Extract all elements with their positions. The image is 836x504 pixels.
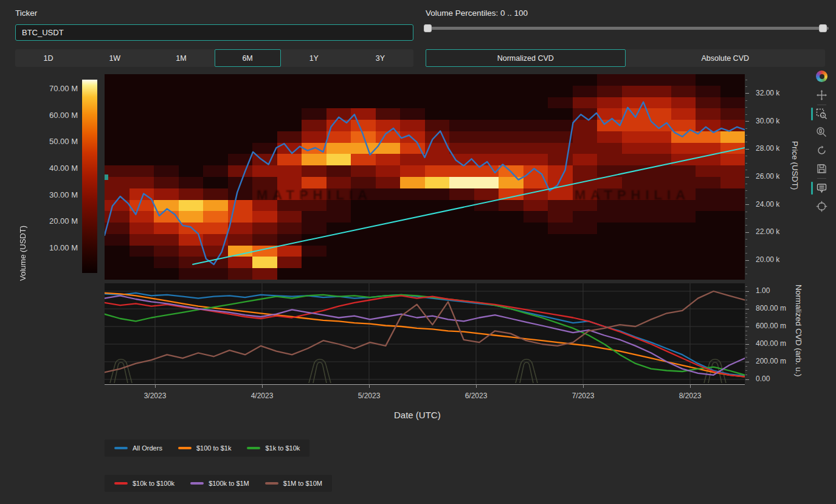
pan-tool-icon[interactable]: [816, 89, 827, 101]
heatmap-cell: [351, 200, 376, 212]
heatmap-cell: [696, 188, 720, 200]
range-button-6m[interactable]: 6M: [215, 49, 281, 67]
heatmap-cell: [228, 120, 253, 131]
heatmap-cell: [400, 234, 425, 246]
heatmap-cell: [277, 86, 302, 97]
heatmap-cell: [400, 74, 425, 86]
bokeh-logo[interactable]: [816, 71, 827, 82]
heatmap-cell: [720, 120, 745, 131]
heatmap-cell: [499, 188, 523, 200]
heatmap-cell: [130, 97, 154, 109]
cvd-minor-tick: [745, 322, 747, 322]
heatmap-cell: [425, 74, 450, 86]
slider-handle-min[interactable]: [424, 24, 432, 32]
volume-heatmap[interactable]: [105, 74, 745, 280]
range-button-1w[interactable]: 1W: [81, 49, 148, 67]
heatmap-cell: [671, 74, 696, 86]
heatmap-cell: [696, 246, 720, 257]
range-button-1d[interactable]: 1D: [15, 49, 81, 67]
heatmap-cell: [548, 74, 573, 86]
cvd-minor-tick: [745, 375, 747, 375]
heatmap-cell: [425, 131, 450, 143]
price-minor-tick: [745, 246, 747, 247]
heatmap-cell: [548, 200, 573, 212]
cvd-plot-area[interactable]: [105, 283, 745, 384]
heatmap-cell: [277, 154, 302, 165]
heatmap-cell: [130, 211, 154, 223]
heatmap-edge-artifact: [105, 174, 108, 180]
heatmap-cell: [597, 246, 622, 257]
heatmap-cell: [326, 177, 351, 188]
heatmap-cell: [203, 74, 228, 86]
heatmap-cell: [425, 188, 450, 200]
heatmap-cell: [326, 131, 351, 143]
heatmap-cell: [622, 234, 647, 246]
heatmap-cell: [597, 223, 622, 234]
cvd-major-tick: [745, 309, 749, 309]
month-tick-label: 7/2023: [565, 392, 601, 400]
heatmap-cell: [302, 86, 326, 97]
heatmap-cell: [671, 257, 696, 268]
heatmap-cell: [252, 97, 277, 109]
price-minor-tick: [745, 128, 747, 129]
volume-percentiles-slider[interactable]: [426, 27, 829, 30]
heatmap-cell: [720, 154, 745, 165]
colorbar-tick-label: 60.00 M: [38, 111, 78, 120]
save-tool-icon[interactable]: [816, 163, 827, 174]
heatmap-cell: [228, 165, 253, 177]
slider-handle-max[interactable]: [819, 24, 827, 32]
heatmap-cell: [425, 120, 450, 131]
cvd-minor-tick: [745, 348, 747, 349]
heatmap-cell: [400, 268, 425, 280]
heatmap-cell: [179, 131, 204, 143]
heatmap-cell: [277, 234, 302, 246]
wheel-zoom-tool-icon[interactable]: [816, 126, 827, 138]
heatmap-cell: [228, 268, 253, 280]
normalized-cvd-button[interactable]: Normalized CVD: [426, 49, 626, 67]
heatmap-cell: [154, 268, 179, 280]
heatmap-cell: [449, 268, 474, 280]
cvd-minor-tick: [745, 286, 747, 287]
heatmap-cell: [179, 154, 204, 165]
heatmap-cell: [425, 234, 450, 246]
price-minor-tick: [745, 239, 747, 240]
heatmap-cell: [326, 154, 351, 165]
heatmap-cell: [696, 97, 720, 109]
price-tick-label: 22.00 k: [756, 227, 779, 236]
heatmap-cell: [277, 108, 302, 120]
range-button-3y[interactable]: 3Y: [347, 49, 413, 67]
hover-tool-icon[interactable]: [816, 182, 827, 194]
heatmap-cell: [351, 131, 376, 143]
cvd-axis-title: Normalized CVD (arb. u.): [794, 285, 803, 377]
box-zoom-tool-icon[interactable]: [816, 108, 827, 120]
heatmap-cell: [203, 143, 228, 154]
cvd-tick-label: 1.00: [756, 286, 770, 295]
heatmap-cell: [105, 268, 130, 280]
colorbar-tick-label: 30.00 M: [38, 190, 78, 199]
heatmap-cell: [425, 165, 450, 177]
price-minor-tick: [745, 80, 747, 80]
range-button-1y[interactable]: 1Y: [281, 49, 347, 67]
heatmap-cell: [573, 268, 598, 280]
crosshair-tool-icon[interactable]: [816, 201, 827, 212]
absolute-cvd-button[interactable]: Absolute CVD: [626, 49, 826, 67]
heatmap-cell: [622, 120, 647, 131]
heatmap-cell: [548, 246, 573, 257]
ticker-input[interactable]: [15, 24, 413, 41]
range-button-1m[interactable]: 1M: [148, 49, 214, 67]
heatmap-cell: [228, 131, 253, 143]
colorbar-tick-label: 50.00 M: [38, 137, 78, 146]
reset-tool-icon[interactable]: [816, 145, 827, 156]
heatmap-cell: [252, 223, 277, 234]
heatmap-cell: [228, 200, 253, 212]
heatmap-cell: [203, 257, 228, 268]
heatmap-cell: [523, 223, 548, 234]
heatmap-cell: [499, 97, 523, 109]
heatmap-cell: [646, 108, 671, 120]
heatmap-cell: [425, 246, 450, 257]
heatmap-cell: [376, 246, 401, 257]
heatmap-cell: [277, 200, 302, 212]
heatmap-cell: [302, 143, 326, 154]
heatmap-cell: [400, 223, 425, 234]
price-minor-tick: [745, 170, 747, 170]
